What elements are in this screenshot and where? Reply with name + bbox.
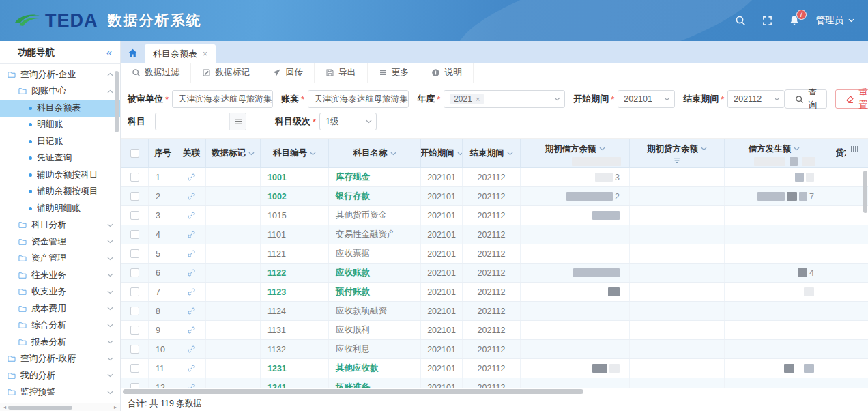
toolbar-button-说明[interactable]: 说明 xyxy=(420,63,474,83)
sidebar-item-辅助余额按项目[interactable]: 辅助余额按项目 xyxy=(0,184,120,201)
select-all-checkbox[interactable] xyxy=(130,149,139,158)
sidebar-item-综合分析[interactable]: 综合分析 xyxy=(0,317,120,335)
subject-name[interactable]: 预付账款 xyxy=(329,283,421,301)
scroll-left-arrow-icon[interactable]: ◂ xyxy=(1,404,8,411)
subject-code[interactable]: 1123 xyxy=(261,283,329,301)
sidebar-item-明细账[interactable]: 明细账 xyxy=(0,117,120,134)
row-checkbox[interactable] xyxy=(130,211,139,220)
sort-caret-icon[interactable] xyxy=(507,152,513,156)
subject-code[interactable]: 1122 xyxy=(261,264,329,282)
toolbar-button-导出[interactable]: 导出 xyxy=(315,63,368,83)
subject-code[interactable]: 1001 xyxy=(261,168,329,186)
sort-caret-icon[interactable] xyxy=(794,147,800,151)
search-icon[interactable] xyxy=(735,15,746,26)
row-checkbox[interactable] xyxy=(130,364,139,373)
link-icon[interactable] xyxy=(187,326,196,335)
user-menu[interactable]: 管理员 xyxy=(816,14,855,27)
link-icon[interactable] xyxy=(187,383,196,388)
column-header-科目名称[interactable]: 科目名称 xyxy=(329,139,421,167)
row-checkbox[interactable] xyxy=(130,383,139,388)
reset-button[interactable]: 重置 xyxy=(835,89,868,109)
end-period-select[interactable]: 202112 xyxy=(727,90,785,108)
sidebar-item-日记账[interactable]: 日记账 xyxy=(0,133,120,150)
column-header-开始期间[interactable]: 开始期间 xyxy=(421,139,463,167)
sidebar-item-科目余额表[interactable]: 科目余额表 xyxy=(0,100,120,117)
subject-picker-icon[interactable] xyxy=(229,113,246,130)
subject-name[interactable]: 库存现金 xyxy=(329,168,421,186)
grid-horizontal-scrollbar[interactable] xyxy=(121,388,868,395)
tab-close-icon[interactable]: × xyxy=(203,49,207,59)
row-checkbox[interactable] xyxy=(130,345,139,354)
link-icon[interactable] xyxy=(187,211,196,220)
sort-caret-icon[interactable] xyxy=(599,147,605,151)
subject-name[interactable]: 银行存款 xyxy=(329,187,421,206)
notifications-bell[interactable]: 7 xyxy=(789,15,800,26)
row-checkbox[interactable] xyxy=(130,173,139,182)
sidebar-item-往来业务[interactable]: 往来业务 xyxy=(0,267,120,284)
toolbar-button-回传[interactable]: 回传 xyxy=(261,63,315,83)
column-header-借方发生额[interactable]: 借方发生额 xyxy=(725,139,824,167)
subject-name[interactable]: 坏账准备 xyxy=(329,378,421,388)
sort-caret-icon[interactable] xyxy=(310,152,316,156)
query-button[interactable]: 查询 xyxy=(785,89,827,109)
column-filter-icon[interactable] xyxy=(673,157,681,164)
row-checkbox[interactable] xyxy=(130,268,139,277)
start-period-select[interactable]: 202101 xyxy=(618,90,675,108)
sidebar-item-辅助余额按科目[interactable]: 辅助余额按科目 xyxy=(0,167,120,184)
link-icon[interactable] xyxy=(187,364,196,373)
sort-caret-icon[interactable] xyxy=(248,152,255,156)
link-icon[interactable] xyxy=(187,345,196,354)
link-icon[interactable] xyxy=(187,268,196,277)
scroll-thumb[interactable] xyxy=(8,406,72,410)
audited-unit-input[interactable]: 天津滨海泰达航母旅游集团股份 xyxy=(172,90,273,108)
column-settings-icon[interactable] xyxy=(850,145,859,153)
sidebar-item-阅账中心[interactable]: 阅账中心 xyxy=(0,83,120,100)
link-icon[interactable] xyxy=(187,287,196,296)
subject-input[interactable] xyxy=(155,113,246,130)
row-checkbox[interactable] xyxy=(130,307,139,315)
subject-name[interactable]: 其他应收款 xyxy=(329,359,421,378)
sort-caret-icon[interactable] xyxy=(390,152,396,156)
toolbar-button-数据标记[interactable]: 数据标记 xyxy=(191,63,261,83)
fullscreen-icon[interactable] xyxy=(762,16,772,26)
sidebar-item-我的分析[interactable]: 我的分析 xyxy=(0,367,120,384)
sort-caret-icon[interactable] xyxy=(701,147,707,151)
toolbar-button-更多[interactable]: 更多 xyxy=(368,63,421,83)
row-checkbox[interactable] xyxy=(130,230,139,239)
toolbar-button-数据过滤[interactable]: 数据过滤 xyxy=(121,63,191,83)
sidebar-item-成本费用[interactable]: 成本费用 xyxy=(0,300,120,317)
subject-level-select[interactable]: 1级 xyxy=(319,113,377,130)
sidebar-item-凭证查询[interactable]: 凭证查询 xyxy=(0,150,120,167)
subject-code[interactable]: 1231 xyxy=(261,359,329,378)
sidebar-item-资产管理[interactable]: 资产管理 xyxy=(0,251,120,268)
sidebar-item-资金管理[interactable]: 资金管理 xyxy=(0,233,120,251)
scroll-right-arrow-icon[interactable]: ▸ xyxy=(112,404,119,411)
sidebar-item-查询分析-企业[interactable]: 查询分析-企业 xyxy=(0,66,120,83)
account-book-input[interactable]: 天津滨海泰达航母旅游集团股份 xyxy=(308,90,409,108)
sidebar-item-科目分析[interactable]: 科目分析 xyxy=(0,217,120,234)
subject-name[interactable]: 应收账款 xyxy=(329,264,421,282)
sidebar-item-辅助明细账[interactable]: 辅助明细账 xyxy=(0,200,120,217)
column-header-结束期间[interactable]: 结束期间 xyxy=(463,139,521,167)
tab-subject-balance[interactable]: 科目余额表 × xyxy=(145,44,216,63)
row-checkbox[interactable] xyxy=(130,249,139,258)
row-checkbox[interactable] xyxy=(130,287,139,296)
subject-code[interactable]: 1241 xyxy=(261,378,329,388)
link-icon[interactable] xyxy=(187,192,196,201)
link-icon[interactable] xyxy=(187,230,196,239)
grid-vertical-scrollbar[interactable] xyxy=(863,171,867,213)
column-header-科目编号[interactable]: 科目编号 xyxy=(261,139,329,167)
home-icon[interactable] xyxy=(128,48,138,58)
column-header-期初借方余额[interactable]: 期初借方余额 xyxy=(521,139,630,167)
column-header-数据标记[interactable]: 数据标记 xyxy=(206,139,261,167)
sidebar-item-监控预警[interactable]: 监控预警 xyxy=(0,384,120,401)
link-icon[interactable] xyxy=(187,249,196,258)
row-checkbox[interactable] xyxy=(130,326,139,335)
sort-caret-icon[interactable] xyxy=(457,152,463,156)
sidebar-item-报表分析[interactable]: 报表分析 xyxy=(0,334,120,351)
link-icon[interactable] xyxy=(187,173,196,182)
scroll-thumb[interactable] xyxy=(123,389,583,394)
subject-code[interactable]: 1002 xyxy=(261,187,329,206)
remove-tag-icon[interactable]: × xyxy=(476,95,480,103)
sidebar-item-查询分析-政府[interactable]: 查询分析-政府 xyxy=(0,351,120,368)
